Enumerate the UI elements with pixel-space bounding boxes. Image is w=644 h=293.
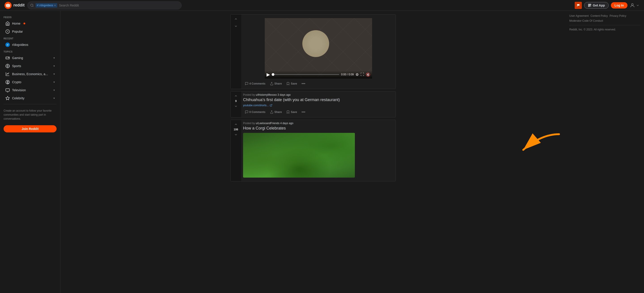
flag-button[interactable] xyxy=(575,2,582,9)
save-icon-chihuahua xyxy=(286,110,290,114)
privacy-policy-link[interactable]: Privacy Policy xyxy=(610,14,626,18)
search-tag-label: r/dogvideos xyxy=(39,4,53,7)
share-button-chihuahua[interactable]: Share xyxy=(268,109,284,115)
get-app-button[interactable]: Get App xyxy=(584,2,609,9)
play-button[interactable]: ▶ xyxy=(266,72,270,77)
comments-button-video[interactable]: 4 Comments xyxy=(243,80,267,87)
comments-count-chihuahua: 0 Comments xyxy=(249,110,266,114)
sidebar-item-business[interactable]: Business, Economics, a... ▾ xyxy=(2,70,58,78)
main-content: ▶ 0:00 / 0:09 ⚙ ⛶ 🔇 xyxy=(60,11,566,293)
svg-point-22 xyxy=(632,4,633,5)
svg-point-6 xyxy=(8,3,8,4)
upvote-button-corgi[interactable] xyxy=(233,122,238,127)
sidebar-item-popular[interactable]: Popular xyxy=(2,28,58,36)
logo-area[interactable]: reddit xyxy=(4,2,24,9)
svg-point-3 xyxy=(8,5,9,6)
comments-button-chihuahua[interactable]: 0 Comments xyxy=(243,109,267,115)
gaming-chevron-icon: ▾ xyxy=(54,56,55,60)
business-chevron-icon: ▾ xyxy=(54,72,55,76)
sidebar-item-dogvideos[interactable]: r/ r/dogvideos xyxy=(2,41,58,49)
login-button[interactable]: Log In xyxy=(611,2,628,8)
svg-point-8 xyxy=(10,4,10,5)
celebrity-icon xyxy=(5,96,10,100)
svg-point-2 xyxy=(7,5,8,6)
search-input[interactable] xyxy=(59,4,179,7)
post-link-chihuahua[interactable]: youtube.com/shorts... xyxy=(243,104,394,107)
celebrity-label: Celebrity xyxy=(12,96,24,100)
sidebar-item-celebrity[interactable]: Celebrity ▾ xyxy=(2,94,58,102)
sidebar-item-sports[interactable]: Sports ▾ xyxy=(2,62,58,70)
dogvideos-label: r/dogvideos xyxy=(12,43,28,46)
sidebar-item-crypto[interactable]: Crypto ▾ xyxy=(2,78,58,86)
sidebar-divider xyxy=(4,104,56,104)
user-menu[interactable] xyxy=(630,3,640,8)
post-body-corgi: Posted by u/LeelooandFriends 4 days ago … xyxy=(241,120,396,181)
login-label: Log In xyxy=(614,4,624,7)
save-label-chihuahua: Save xyxy=(291,110,297,114)
save-label-video: Save xyxy=(291,82,297,85)
popular-label: Popular xyxy=(12,30,23,33)
share-button-video[interactable]: Share xyxy=(268,80,284,87)
dogvideos-icon: r/ xyxy=(5,42,10,47)
post-actions-chihuahua: 0 Comments Share Save xyxy=(243,109,394,116)
sidebar-item-television[interactable]: Television ▾ xyxy=(2,86,58,94)
search-bar[interactable]: r/ r/dogvideos × xyxy=(27,1,182,10)
join-reddit-button[interactable]: Join Reddit xyxy=(4,125,56,132)
save-button-chihuahua[interactable]: Save xyxy=(284,109,299,115)
comments-count-video: 4 Comments xyxy=(249,82,266,85)
video-controls: ▶ 0:00 / 0:09 ⚙ ⛶ 🔇 xyxy=(265,70,372,78)
mute-button[interactable]: 🔇 xyxy=(366,72,370,77)
time-display: 0:00 / 0:09 xyxy=(341,73,354,76)
svg-rect-12 xyxy=(588,4,589,5)
moderator-code-link[interactable]: Moderator Code Of Conduct xyxy=(569,19,603,22)
sports-icon xyxy=(5,64,10,68)
search-tag-close-icon[interactable]: × xyxy=(54,4,56,7)
save-button-video[interactable]: Save xyxy=(284,80,299,87)
crypto-label: Crypto xyxy=(12,80,21,84)
user-agreement-link[interactable]: User Agreement xyxy=(569,14,589,18)
user-icon xyxy=(630,3,635,8)
upvote-button-chihuahua[interactable] xyxy=(233,93,238,99)
right-links: User Agreement Content Policy Privacy Po… xyxy=(569,14,640,22)
vote-count-chihuahua: 9 xyxy=(235,100,237,103)
svg-marker-33 xyxy=(6,96,10,100)
home-label: Home xyxy=(12,22,20,25)
reddit-logo-icon xyxy=(4,2,12,9)
vote-column-chihuahua: 9 xyxy=(230,92,241,117)
share-icon-chihuahua xyxy=(270,110,274,114)
fullscreen-button[interactable]: ⛶ xyxy=(360,72,364,76)
more-button-chihuahua[interactable]: ••• xyxy=(300,109,307,116)
header-right: Get App Log In xyxy=(575,2,640,9)
settings-button[interactable]: ⚙ xyxy=(356,72,359,77)
downvote-button-chihuahua[interactable] xyxy=(233,104,238,109)
downvote-button-corgi[interactable] xyxy=(233,132,238,137)
chevron-down-icon xyxy=(636,4,640,7)
svg-rect-18 xyxy=(591,5,591,6)
svg-rect-16 xyxy=(588,6,589,6)
upvote-button-video[interactable] xyxy=(233,16,238,22)
sidebar-item-gaming[interactable]: Gaming ▾ xyxy=(2,54,58,62)
copyright-text: Reddit, Inc. © 2023. All rights reserved… xyxy=(569,28,640,31)
share-label-video: Share xyxy=(274,82,282,85)
downvote-button-video[interactable] xyxy=(233,24,238,29)
post-actions-video: 4 Comments Share Save xyxy=(243,80,394,87)
svg-rect-24 xyxy=(6,57,10,59)
post-card-video: ▶ 0:00 / 0:09 ⚙ ⛶ 🔇 xyxy=(230,14,396,89)
sidebar-item-home[interactable]: Home xyxy=(2,20,58,28)
post-meta-corgi: Posted by u/LeelooandFriends 4 days ago xyxy=(243,122,394,125)
television-icon xyxy=(5,88,10,92)
vote-column-video xyxy=(230,14,241,89)
qr-icon xyxy=(588,4,592,7)
content-policy-link[interactable]: Content Policy xyxy=(590,14,608,18)
post-body-chihuahua: Posted by u/thisismylifexoxo 3 days ago … xyxy=(241,92,396,117)
business-icon xyxy=(5,72,10,76)
get-app-label: Get App xyxy=(593,4,605,7)
svg-point-26 xyxy=(8,58,9,58)
crypto-icon xyxy=(5,80,10,84)
progress-bar[interactable] xyxy=(272,74,339,75)
television-chevron-icon: ▾ xyxy=(54,88,55,92)
search-tag[interactable]: r/ r/dogvideos × xyxy=(36,3,57,8)
recent-section-label: RECENT xyxy=(0,36,60,41)
video-content xyxy=(265,18,372,78)
more-button-video[interactable]: ••• xyxy=(300,80,307,87)
